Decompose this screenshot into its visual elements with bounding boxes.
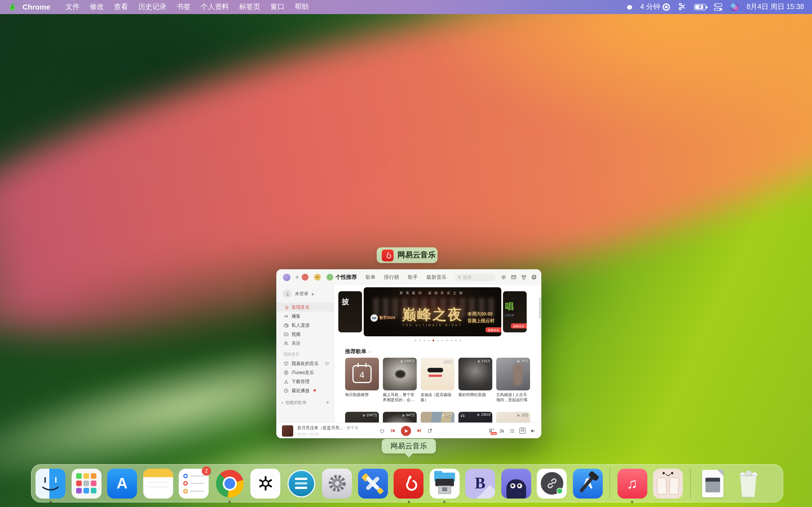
sidebar-item-downloads[interactable]: 下载管理 <box>276 377 334 386</box>
playlist-card[interactable]: 947万 <box>383 412 417 422</box>
dock-notes-icon[interactable] <box>143 468 173 498</box>
dock-list-app-icon[interactable] <box>286 468 316 498</box>
menu-bar-clock[interactable]: 8月4日 周日 15:38 <box>747 2 804 12</box>
listen-together-button[interactable]: NEW <box>488 428 495 434</box>
dock-finder-icon[interactable] <box>36 468 65 498</box>
dock-trash-icon[interactable] <box>733 468 763 498</box>
tab-playlists[interactable]: 歌单 <box>365 274 375 281</box>
back-button-icon[interactable] <box>296 276 299 279</box>
tab-charts[interactable]: 排行榜 <box>384 274 399 281</box>
scrollbar-thumb[interactable] <box>539 297 541 319</box>
scissors-menu-icon[interactable] <box>678 2 686 12</box>
sidebar-item-following[interactable]: 关注 <box>276 339 334 348</box>
song-title[interactable]: 若月亮没来（若是月亮... <box>297 426 343 431</box>
menu-item-file[interactable]: 文件 <box>65 2 80 12</box>
menu-item-history[interactable]: 历史记录 <box>138 2 166 12</box>
dock-app-store-icon[interactable]: A <box>107 468 137 498</box>
play-order-button[interactable] <box>499 426 505 436</box>
dock-bibdesk-icon[interactable]: B <box>465 468 495 498</box>
recording-indicator-icon[interactable] <box>627 5 632 9</box>
menu-item-bookmarks[interactable]: 书签 <box>176 2 191 12</box>
sidebar-user[interactable]: 未登录 ▶ <box>276 285 334 302</box>
share-button[interactable] <box>427 428 433 433</box>
search-input[interactable] <box>463 275 492 280</box>
dock-reminders-icon[interactable]: 2 <box>179 468 209 498</box>
carousel-dots[interactable] <box>335 340 541 341</box>
collapse-triangle-icon[interactable]: ▼ <box>281 401 284 404</box>
sidebar-item-itunes-music[interactable]: iTunes音乐 <box>276 368 334 377</box>
dock-chrome-icon[interactable] <box>214 468 245 498</box>
dock-eyes-app-icon[interactable] <box>501 468 531 498</box>
play-button[interactable] <box>401 426 411 436</box>
dock-system-settings-icon[interactable] <box>322 468 352 498</box>
playlist-card[interactable]: 849万 发疯dj（提高磁场版） <box>421 358 455 402</box>
menu-item-view[interactable]: 查看 <box>114 2 128 12</box>
minimize-button[interactable] <box>314 274 321 281</box>
close-button[interactable] <box>302 274 308 281</box>
dock-apple-music-icon[interactable]: ♫ <box>617 468 647 498</box>
sidebar-item-discover[interactable]: 发现音乐 <box>276 302 334 312</box>
tab-newest[interactable]: 最新音乐 <box>426 274 447 281</box>
dock-chatgpt-icon[interactable] <box>250 468 280 498</box>
dock-netease-music-icon[interactable] <box>394 468 423 498</box>
sidebar-item-recently-played[interactable]: 最近播放 <box>276 386 334 395</box>
carousel-card-right[interactable]: 唱 上线云村 新碟首发 <box>503 291 527 332</box>
previous-track-button[interactable] <box>390 428 395 433</box>
playlist-card[interactable]: 16万 古风精选 | 人生天地间，忽如远行客 <box>496 358 530 402</box>
add-playlist-button[interactable]: + <box>326 400 329 406</box>
search-box[interactable] <box>455 274 495 281</box>
apple-menu-icon[interactable] <box>7 2 18 12</box>
heart-mode-icon[interactable] <box>325 361 329 365</box>
active-app-menu[interactable]: Chrome <box>22 3 50 11</box>
created-playlists-header[interactable]: ▼ 创建的歌单 + <box>276 395 334 406</box>
dock-toolbox-icon[interactable] <box>358 468 388 498</box>
control-center-icon[interactable] <box>714 3 722 11</box>
menu-item-profiles[interactable]: 个人资料 <box>201 2 229 12</box>
dock-print-scanner-icon[interactable] <box>429 468 459 498</box>
carousel-card-left[interactable]: 披 <box>338 291 362 332</box>
playlist-card[interactable]: 1047万 <box>345 412 379 422</box>
menu-item-window[interactable]: 窗口 <box>270 2 285 12</box>
dock-disk-image-file-icon[interactable] <box>698 468 727 498</box>
lyrics-button[interactable]: 词 <box>519 428 525 434</box>
theme-shirt-icon[interactable] <box>521 274 527 280</box>
zoom-button[interactable] <box>326 274 333 281</box>
tab-personal-recommend[interactable]: 个性推荐 <box>336 274 357 281</box>
album-art[interactable] <box>282 425 293 436</box>
volume-icon[interactable] <box>530 426 536 436</box>
playlist-card[interactable]: 518万 最好听网红歌曲 <box>458 358 492 402</box>
sidebar-item-private-fm[interactable]: 私人漫游 <box>276 321 334 330</box>
menu-item-edit[interactable]: 修改 <box>90 2 104 12</box>
menu-item-help[interactable]: 帮助 <box>295 2 309 12</box>
dock-launchpad-icon[interactable] <box>71 468 101 498</box>
dock-xcode-icon[interactable]: A <box>573 468 603 498</box>
recommend-header[interactable]: 推荐歌单 › <box>345 348 370 355</box>
playlist-card[interactable]: 42万 <box>421 412 455 422</box>
settings-gear-icon[interactable] <box>501 274 506 280</box>
menu-item-tabs[interactable]: 标签页 <box>239 2 260 12</box>
netease-music-window[interactable]: › 个性推荐 歌单 排行榜 歌手 最新音乐 <box>276 269 541 438</box>
daily-recommend-card[interactable]: 4 每日歌曲推荐 <box>345 358 379 402</box>
dock-link-app-icon[interactable] <box>537 468 567 498</box>
playlist-queue-button[interactable] <box>509 426 515 436</box>
timer-status[interactable]: 4 分钟 <box>640 2 670 12</box>
mini-mode-icon[interactable] <box>531 274 537 280</box>
playlist-card[interactable]: 1495万 戴上耳机，整个世界都是你的，会疯的那种哦 <box>383 358 417 402</box>
banner-top-line: 群英集结 延续音乐之旅 <box>364 291 501 296</box>
carousel-banner[interactable]: 群英集结 延续音乐之旅 简醇 歌手2024 巅峰之夜 THE ULTIMATE … <box>364 287 501 336</box>
playlist-card[interactable]: 13万 <box>496 412 530 422</box>
sidebar-item-podcast[interactable]: 播客 <box>276 312 334 321</box>
tab-artists[interactable]: 歌手 <box>408 274 418 281</box>
battery-icon[interactable] <box>694 4 706 10</box>
siri-icon[interactable] <box>730 3 739 11</box>
window-titlebar[interactable]: › 个性推荐 歌单 排行榜 歌手 最新音乐 <box>276 269 541 285</box>
dock-squirrel-input-icon[interactable] <box>653 468 683 498</box>
mail-icon[interactable] <box>511 274 516 280</box>
artist-name[interactable]: - 梦千寻 <box>344 426 359 430</box>
sidebar-item-video[interactable]: 视频 <box>276 330 334 339</box>
titlebar-avatar[interactable] <box>283 274 290 281</box>
playlist-card[interactable]: 23619 失恋记事本 <box>458 412 492 422</box>
like-button[interactable] <box>379 426 385 436</box>
sidebar-item-liked-music[interactable]: 我喜欢的音乐 <box>276 359 334 368</box>
next-track-button[interactable] <box>417 428 422 433</box>
